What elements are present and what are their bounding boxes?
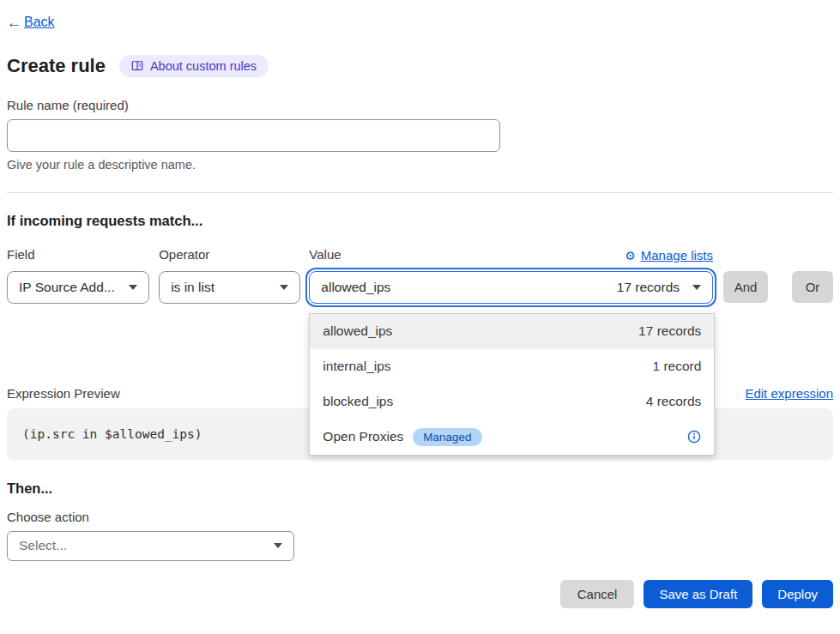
- value-column: Value ⚙︎ Manage lists allowed_ips 17 rec…: [309, 247, 713, 304]
- operator-select[interactable]: is in list: [159, 271, 300, 304]
- operator-label: Operator: [159, 247, 300, 264]
- about-badge-label: About custom rules: [150, 59, 257, 73]
- title-row: Create rule About custom rules: [7, 55, 833, 77]
- chevron-down-icon: [692, 285, 701, 290]
- value-label: Value: [309, 247, 341, 264]
- list-option-name: Open Proxies: [323, 429, 403, 444]
- chevron-down-icon: [280, 285, 288, 290]
- rule-name-helper: Give your rule a descriptive name.: [7, 158, 833, 172]
- gear-icon: ⚙︎: [625, 250, 636, 262]
- list-dropdown: allowed_ips 17 records internal_ips 1 re…: [309, 313, 715, 456]
- action-select-placeholder: Select...: [19, 538, 67, 553]
- match-row: Field IP Source Add... Operator is in li…: [7, 247, 833, 304]
- section-divider: [7, 192, 833, 193]
- list-option-open-proxies[interactable]: Open Proxies Managed: [310, 420, 714, 455]
- list-option-blocked-ips[interactable]: blocked_ips 4 records: [310, 384, 714, 420]
- footer-actions: Cancel Save as Draft Deploy: [7, 580, 833, 608]
- choose-action-label: Choose action: [7, 510, 833, 524]
- list-option-name: blocked_ips: [323, 394, 393, 409]
- list-option-name: allowed_ips: [323, 323, 392, 339]
- manage-lists-label: Manage lists: [641, 248, 713, 263]
- chevron-down-icon: [274, 543, 282, 548]
- value-selected-text: allowed_ips: [321, 280, 390, 295]
- expression-preview-label: Expression Preview: [7, 386, 120, 401]
- book-icon: [131, 60, 143, 72]
- action-select[interactable]: Select...: [7, 531, 294, 561]
- expression-code: (ip.src in $allowed_ips): [22, 427, 202, 441]
- cancel-button[interactable]: Cancel: [560, 580, 635, 608]
- and-or-buttons: And Or: [723, 271, 833, 303]
- back-row: ←Back: [7, 0, 833, 31]
- operator-column: Operator is in list: [159, 247, 300, 304]
- manage-lists-link[interactable]: ⚙︎ Manage lists: [625, 248, 713, 263]
- chevron-down-icon: [129, 285, 137, 290]
- back-label: Back: [24, 15, 55, 30]
- deploy-button[interactable]: Deploy: [762, 580, 833, 608]
- about-custom-rules-badge[interactable]: About custom rules: [119, 55, 269, 77]
- left-arrow-icon: ←: [7, 15, 21, 30]
- rule-name-input[interactable]: [7, 119, 500, 152]
- operator-select-value: is in list: [171, 280, 215, 295]
- page-title: Create rule: [7, 55, 106, 77]
- match-heading: If incoming requests match...: [7, 213, 833, 229]
- back-link[interactable]: ←Back: [7, 15, 55, 30]
- list-option-allowed-ips[interactable]: allowed_ips 17 records: [310, 314, 714, 349]
- list-option-meta: 4 records: [646, 394, 702, 409]
- create-rule-page: ←Back Create rule About custom rules Rul…: [0, 0, 840, 634]
- field-label: Field: [7, 247, 149, 264]
- then-heading: Then...: [7, 480, 833, 497]
- rule-name-label: Rule name (required): [7, 98, 833, 112]
- managed-badge: Managed: [413, 428, 481, 446]
- and-button[interactable]: And: [723, 271, 768, 303]
- value-select[interactable]: allowed_ips 17 records: [309, 271, 713, 304]
- or-button[interactable]: Or: [792, 271, 833, 303]
- value-label-row: Value ⚙︎ Manage lists: [309, 247, 713, 264]
- field-column: Field IP Source Add...: [7, 247, 149, 304]
- list-option-meta: 1 record: [652, 359, 701, 374]
- list-option-meta: 17 records: [638, 323, 701, 339]
- list-option-internal-ips[interactable]: internal_ips 1 record: [310, 349, 714, 384]
- field-select-value: IP Source Add...: [19, 280, 115, 295]
- save-as-draft-button[interactable]: Save as Draft: [644, 580, 752, 608]
- value-records-count: 17 records: [617, 280, 680, 295]
- info-icon[interactable]: [687, 430, 701, 444]
- edit-expression-link[interactable]: Edit expression: [745, 386, 833, 401]
- list-option-name: internal_ips: [323, 359, 390, 374]
- field-select[interactable]: IP Source Add...: [7, 271, 149, 304]
